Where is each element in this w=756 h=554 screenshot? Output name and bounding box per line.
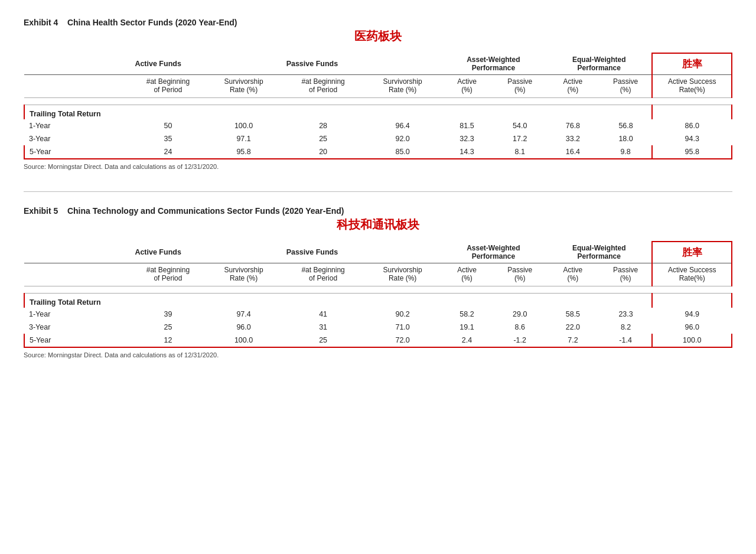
- e5-section-header-row: Trailing Total Return: [24, 294, 732, 308]
- e5-th-sub-passive-begin: #at Beginningof Period: [282, 263, 365, 286]
- table-row: 5-Year 12 100.0 25 72.0 2.4 -1.2 7.2 -1.…: [24, 334, 732, 347]
- table-row: 1-Year 50 100.0 28 96.4 81.5 54.0 76.8 5…: [24, 119, 732, 132]
- cell-passive-begin-3yr: 25: [282, 132, 365, 145]
- e5-cell-active-surv-3yr: 96.0: [206, 321, 282, 334]
- e5-cell-ew-active-3yr: 22.0: [546, 321, 599, 334]
- e5-cell-ew-active-1yr: 58.5: [546, 308, 599, 321]
- e5-th-active-funds: Active Funds: [130, 242, 281, 263]
- cell-passive-begin-5yr: 20: [282, 145, 365, 159]
- th-sub-aw-passive: Passive(%): [493, 75, 546, 98]
- e5-cell-active-begin-1yr: 39: [130, 308, 206, 321]
- th-sub-success-rate: Active SuccessRate(%): [652, 75, 732, 98]
- e5-cell-passive-begin-3yr: 31: [282, 321, 365, 334]
- e5-th-sub-ew-active: Active(%): [546, 263, 599, 286]
- cell-passive-begin-1yr: 28: [282, 119, 365, 132]
- e5-cell-aw-passive-3yr: 8.6: [493, 321, 546, 334]
- e5-th-empty: [24, 242, 130, 263]
- cell-active-begin-5yr: 24: [130, 145, 206, 159]
- e5-cell-success-5yr: 100.0: [652, 334, 732, 347]
- row-label-5yr: 5-Year: [24, 145, 130, 159]
- cell-aw-active-1yr: 81.5: [441, 119, 494, 132]
- cell-success-1yr: 86.0: [652, 119, 732, 132]
- e5-th-equal-weighted: Equal-WeightedPerformance: [546, 242, 652, 263]
- cell-active-surv-1yr: 100.0: [206, 119, 282, 132]
- cell-success-5yr: 95.8: [652, 145, 732, 159]
- th-asset-weighted: Asset-WeightedPerformance: [441, 53, 546, 75]
- exhibit4-subtitle-zh: 医药板块: [24, 28, 732, 44]
- e5-row-label-1yr: 1-Year: [24, 308, 130, 321]
- cell-aw-passive-5yr: 8.1: [493, 145, 546, 159]
- exhibit5: Exhibit 5 China Technology and Communica…: [24, 206, 732, 359]
- th-empty: [24, 53, 130, 75]
- header-group-row: Active Funds Passive Funds Asset-Weighte…: [24, 53, 732, 75]
- e5-cell-ew-active-5yr: 7.2: [546, 334, 599, 347]
- cell-aw-active-5yr: 14.3: [441, 145, 494, 159]
- cell-active-surv-5yr: 95.8: [206, 145, 282, 159]
- e5-cell-aw-active-5yr: 2.4: [441, 334, 494, 347]
- cell-aw-active-3yr: 32.3: [441, 132, 494, 145]
- e5-cell-aw-active-1yr: 58.2: [441, 308, 494, 321]
- cell-aw-passive-3yr: 17.2: [493, 132, 546, 145]
- exhibit5-subtitle-zh: 科技和通讯板块: [24, 217, 732, 233]
- exhibit4-title: Exhibit 4 China Health Sector Funds (202…: [24, 18, 732, 27]
- section-label: Trailing Total Return: [24, 105, 130, 120]
- th-sub-ew-passive: Passive(%): [599, 75, 653, 98]
- e5-cell-passive-surv-5yr: 72.0: [365, 334, 441, 347]
- e5-cell-active-surv-1yr: 97.4: [206, 308, 282, 321]
- cell-passive-surv-5yr: 85.0: [365, 145, 441, 159]
- e5-th-sub-aw-passive: Passive(%): [493, 263, 546, 286]
- e5-cell-aw-active-3yr: 19.1: [441, 321, 494, 334]
- e5-th-win-rate-label: 胜率: [652, 242, 732, 263]
- e5-header-group-row: Active Funds Passive Funds Asset-Weighte…: [24, 242, 732, 263]
- table-row: 3-Year 25 96.0 31 71.0 19.1 8.6 22.0 8.2…: [24, 321, 732, 334]
- e5-th-asset-weighted: Asset-WeightedPerformance: [441, 242, 546, 263]
- th-sub-active-begin: #at Beginningof Period: [130, 75, 206, 98]
- th-sub-passive-begin: #at Beginningof Period: [282, 75, 365, 98]
- e5-th-sub-active-begin: #at Beginningof Period: [130, 263, 206, 286]
- e5-spacer-row: [24, 286, 732, 294]
- subheader-row: #at Beginningof Period SurvivorshipRate …: [24, 75, 732, 98]
- e5-cell-active-begin-5yr: 12: [130, 334, 206, 347]
- e5-subheader-row: #at Beginningof Period SurvivorshipRate …: [24, 263, 732, 286]
- cell-ew-active-5yr: 16.4: [546, 145, 599, 159]
- e5-cell-passive-begin-5yr: 25: [282, 334, 365, 347]
- cell-ew-active-1yr: 76.8: [546, 119, 599, 132]
- e5-section-label: Trailing Total Return: [24, 294, 130, 308]
- exhibit4-source: Source: Morningstar Direct. Data and cal…: [24, 163, 732, 170]
- cell-active-surv-3yr: 97.1: [206, 132, 282, 145]
- cell-success-3yr: 94.3: [652, 132, 732, 145]
- cell-ew-passive-1yr: 56.8: [599, 119, 653, 132]
- exhibit4: Exhibit 4 China Health Sector Funds (202…: [24, 18, 732, 170]
- e5-cell-passive-surv-3yr: 71.0: [365, 321, 441, 334]
- th-sub-empty: [24, 75, 130, 98]
- e5-cell-ew-passive-1yr: 23.3: [599, 308, 653, 321]
- e5-cell-aw-passive-5yr: -1.2: [493, 334, 546, 347]
- exhibit4-table-wrapper: Active Funds Passive Funds Asset-Weighte…: [24, 53, 732, 159]
- th-equal-weighted: Equal-WeightedPerformance: [546, 53, 652, 75]
- exhibit4-table: Active Funds Passive Funds Asset-Weighte…: [24, 53, 732, 159]
- row-label-3yr: 3-Year: [24, 132, 130, 145]
- e5-th-sub-success-rate: Active SuccessRate(%): [652, 263, 732, 286]
- cell-passive-surv-1yr: 96.4: [365, 119, 441, 132]
- th-sub-ew-active: Active(%): [546, 75, 599, 98]
- exhibit5-table: Active Funds Passive Funds Asset-Weighte…: [24, 241, 732, 348]
- cell-active-begin-3yr: 35: [130, 132, 206, 145]
- e5-th-sub-aw-active: Active(%): [441, 263, 494, 286]
- e5-cell-success-1yr: 94.9: [652, 308, 732, 321]
- th-sub-active-surv: SurvivorshipRate (%): [206, 75, 282, 98]
- e5-row-label-3yr: 3-Year: [24, 321, 130, 334]
- table-row: 1-Year 39 97.4 41 90.2 58.2 29.0 58.5 23…: [24, 308, 732, 321]
- exhibit5-table-wrapper: Active Funds Passive Funds Asset-Weighte…: [24, 241, 732, 348]
- cell-aw-passive-1yr: 54.0: [493, 119, 546, 132]
- cell-ew-passive-5yr: 9.8: [599, 145, 653, 159]
- e5-cell-aw-passive-1yr: 29.0: [493, 308, 546, 321]
- e5-cell-ew-passive-3yr: 8.2: [599, 321, 653, 334]
- e5-th-sub-empty: [24, 263, 130, 286]
- e5-cell-success-3yr: 96.0: [652, 321, 732, 334]
- divider: [24, 191, 732, 192]
- cell-ew-active-3yr: 33.2: [546, 132, 599, 145]
- e5-th-passive-funds: Passive Funds: [282, 242, 441, 263]
- e5-th-sub-passive-surv: SurvivorshipRate (%): [365, 263, 441, 286]
- e5-cell-active-begin-3yr: 25: [130, 321, 206, 334]
- exhibit5-source: Source: Morningstar Direct. Data and cal…: [24, 351, 732, 359]
